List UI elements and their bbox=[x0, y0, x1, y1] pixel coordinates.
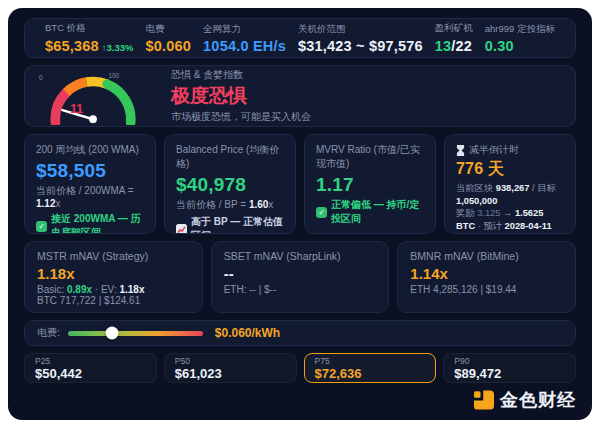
fear-greed-text: 恐惧 & 贪婪指数 极度恐惧 市场极度恐慌，可能是买入机会 bbox=[171, 68, 311, 124]
jinse-logo-icon bbox=[474, 390, 494, 410]
btc-mining-dashboard: BTC 价格 $65,368↑3.33% 电费 $0.060 全网算力 1054… bbox=[8, 8, 592, 420]
miners-total: /22 bbox=[451, 38, 472, 54]
mnav-cards-row: MSTR mNAV (Strategy) 1.18x Basic: 0.89x … bbox=[24, 241, 576, 313]
shutdown-range-value: $31,423 ~ $97,576 bbox=[298, 38, 423, 54]
percentile-value: $61,023 bbox=[175, 366, 286, 381]
mvrv-note: ✓正常偏低 — 持币/定投区间 bbox=[316, 198, 424, 226]
electricity-value: $0.060 bbox=[146, 38, 192, 54]
mstr-detail-line: Basic: 0.89x · EV: 1.18x bbox=[37, 284, 190, 295]
check-icon: ✓ bbox=[316, 207, 327, 218]
percentile-cell[interactable]: P90 $89,472 bbox=[443, 353, 576, 383]
electricity-slider-value: $0.060/kWh bbox=[215, 326, 280, 340]
metric-label: 关机价范围 bbox=[298, 23, 423, 36]
percentile-cell[interactable]: P50 $61,023 bbox=[164, 353, 297, 383]
footer: 金色财经 bbox=[24, 390, 576, 410]
metric-electricity: 电费 $0.060 bbox=[146, 23, 192, 54]
mvrv-card: MVRV Ratio (市值/已实现市值) 1.17 ✓正常偏低 — 持币/定投… bbox=[304, 134, 436, 234]
wma-title: 200 周均线 (200 WMA) bbox=[36, 143, 144, 157]
bp-title: Balanced Price (均衡价格) bbox=[176, 143, 284, 171]
metric-hashrate: 全网算力 1054.0 EH/s bbox=[203, 23, 286, 54]
metric-btc-price: BTC 价格 $65,368↑3.33% bbox=[45, 22, 134, 55]
metric-shutdown-range: 关机价范围 $31,423 ~ $97,576 bbox=[298, 23, 423, 54]
bmnr-mnav-card: BMNR mNAV (BitMine) 1.14x ETH 4,285,126 … bbox=[397, 241, 576, 313]
mvrv-value: 1.17 bbox=[316, 174, 424, 196]
percentile-label: P90 bbox=[454, 356, 565, 366]
percentile-label: P25 bbox=[35, 356, 146, 366]
percentile-value: $50,442 bbox=[35, 366, 146, 381]
fear-greed-status: 极度恐惧 bbox=[171, 83, 311, 109]
wma-ratio-line: 当前价格 / 200WMA = 1.12x bbox=[36, 184, 144, 209]
metric-label: BTC 价格 bbox=[45, 22, 134, 35]
mstr-title: MSTR mNAV (Strategy) bbox=[37, 250, 190, 262]
profitable-miners-count: 13 bbox=[435, 38, 452, 54]
metric-profitable-miners: 盈利矿机 13/22 bbox=[435, 22, 473, 55]
mvrv-title: MVRV Ratio (市值/已实现市值) bbox=[316, 143, 424, 171]
valuation-cards-row: 200 周均线 (200 WMA) $58,505 当前价格 / 200WMA … bbox=[24, 134, 576, 234]
gauge-min-label: 0 bbox=[39, 74, 43, 81]
mstr-holdings-line: BTC 717,722 | $124.61 bbox=[37, 295, 190, 306]
wma-card: 200 周均线 (200 WMA) $58,505 当前价格 / 200WMA … bbox=[24, 134, 156, 234]
percentile-value: $72,636 bbox=[315, 366, 426, 381]
bp-value: $40,978 bbox=[176, 174, 284, 196]
top-metrics-bar: BTC 价格 $65,368↑3.33% 电费 $0.060 全网算力 1054… bbox=[24, 18, 576, 58]
gauge-value: 11 bbox=[70, 102, 83, 116]
sbet-holdings-line: ETH: -- | $-- bbox=[224, 284, 377, 295]
metric-label: ahr999 定投指标 bbox=[485, 23, 555, 36]
chart-increasing-icon bbox=[176, 224, 187, 235]
electricity-slider-track[interactable] bbox=[68, 331, 203, 336]
halving-title: 减半倒计时 bbox=[456, 143, 564, 157]
hourglass-icon bbox=[456, 145, 465, 156]
percentile-value: $89,472 bbox=[454, 366, 565, 381]
halving-reward-line: 奖励 3.125 → 1.5625 BTC · 预计 2028-04-11 bbox=[456, 207, 564, 232]
brand-name: 金色财经 bbox=[500, 388, 576, 412]
fear-greed-gauge-icon: 0 100 11 bbox=[33, 67, 155, 125]
electricity-slider-label: 电费: bbox=[37, 326, 60, 340]
wma-value: $58,505 bbox=[36, 160, 144, 182]
bp-note: 高于 BP — 正常估值区间 bbox=[176, 215, 284, 234]
gauge-max-label: 100 bbox=[109, 72, 120, 79]
fear-greed-title: 恐惧 & 贪婪指数 bbox=[171, 68, 311, 82]
metric-label: 全网算力 bbox=[203, 23, 286, 36]
fear-greed-description: 市场极度恐慌，可能是买入机会 bbox=[171, 110, 311, 124]
electricity-slider-card: 电费: $0.060/kWh bbox=[24, 320, 576, 346]
mstr-value: 1.18x bbox=[37, 265, 190, 282]
metric-ahr999: ahr999 定投指标 0.30 bbox=[485, 23, 555, 54]
check-icon: ✓ bbox=[36, 221, 47, 232]
mstr-mnav-card: MSTR mNAV (Strategy) 1.18x Basic: 0.89x … bbox=[24, 241, 203, 313]
bmnr-value: 1.14x bbox=[410, 265, 563, 282]
halving-countdown-card: 减半倒计时 776 天 当前区块 938,267 / 目标 1,050,000 … bbox=[444, 134, 576, 234]
sbet-title: SBET mNAV (SharpLink) bbox=[224, 250, 377, 262]
bp-ratio-line: 当前价格 / BP = 1.60x bbox=[176, 198, 284, 212]
bmnr-title: BMNR mNAV (BitMine) bbox=[410, 250, 563, 262]
percentile-label: P75 bbox=[315, 356, 426, 366]
electricity-slider-thumb[interactable] bbox=[106, 327, 119, 340]
metric-label: 盈利矿机 bbox=[435, 22, 473, 35]
percentile-cell[interactable]: P75 $72,636 bbox=[304, 353, 437, 383]
percentile-label: P50 bbox=[175, 356, 286, 366]
sbet-value: -- bbox=[224, 265, 377, 282]
sbet-mnav-card: SBET mNAV (SharpLink) -- ETH: -- | $-- bbox=[211, 241, 390, 313]
halving-value: 776 天 bbox=[456, 159, 564, 180]
price-percentiles-row: P25 $50,442 P50 $61,023 P75 $72,636 P90 … bbox=[24, 353, 576, 383]
bmnr-holdings-line: ETH 4,285,126 | $19.44 bbox=[410, 284, 563, 295]
fear-greed-card: 0 100 11 恐惧 & 贪婪指数 极度恐惧 市场极度恐慌，可能是买入机会 bbox=[24, 65, 576, 127]
halving-block-line: 当前区块 938,267 / 目标 1,050,000 bbox=[456, 182, 564, 207]
metric-label: 电费 bbox=[146, 23, 192, 36]
balanced-price-card: Balanced Price (均衡价格) $40,978 当前价格 / BP … bbox=[164, 134, 296, 234]
btc-price-value: $65,368 bbox=[45, 38, 99, 54]
hashrate-value: 1054.0 EH/s bbox=[203, 38, 286, 54]
percentile-cell[interactable]: P25 $50,442 bbox=[24, 353, 157, 383]
ahr999-value: 0.30 bbox=[485, 38, 555, 54]
wma-note: ✓接近 200WMA — 历史底部区间 bbox=[36, 212, 144, 234]
btc-price-change: ↑3.33% bbox=[102, 42, 134, 53]
